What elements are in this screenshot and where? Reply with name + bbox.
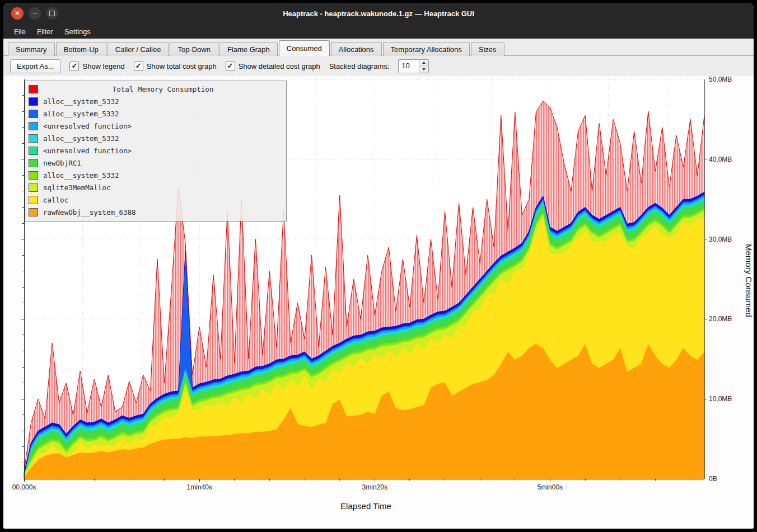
legend-label: alloc__system_5332 — [43, 97, 119, 106]
x-tick-label: 3min20s — [362, 483, 387, 491]
legend-item: calloc — [29, 194, 283, 206]
legend-label: calloc — [43, 196, 68, 204]
legend-item: <unresolved function> — [29, 120, 283, 132]
legend-swatch — [29, 171, 38, 180]
legend-item: alloc__system_5332 — [29, 107, 283, 120]
legend-swatch — [29, 196, 38, 204]
spinner-buttons — [419, 60, 428, 73]
tab-allocations[interactable]: Allocations — [331, 42, 382, 56]
legend-label: <unresolved function> — [43, 122, 132, 130]
y-tick-label: 50,0MB — [709, 76, 732, 83]
maximize-icon — [49, 11, 55, 16]
checkbox-label: Show total cost graph — [147, 62, 217, 70]
legend-label: alloc__system_5332 — [43, 171, 119, 180]
x-tick-label: 1min40s — [186, 483, 212, 491]
checkbox-show-detailed-cost-graph[interactable]: Show detailed cost graph — [226, 62, 320, 71]
x-tick-label: 00.000s — [12, 483, 36, 491]
toolbar: Export As... Show legendShow total cost … — [3, 56, 754, 76]
legend-item: newObjRC1 — [29, 157, 283, 169]
legend-swatch — [29, 183, 38, 192]
chevron-up-icon — [422, 62, 426, 64]
legend-swatch — [29, 147, 38, 155]
toolbar-checkboxes: Show legendShow total cost graphShow det… — [69, 62, 320, 71]
legend-swatch — [29, 159, 38, 167]
stacked-diagrams-label: Stacked diagrams: — [329, 62, 390, 70]
tab-top-down[interactable]: Top-Down — [170, 42, 218, 56]
legend-item: <unresolved function> — [29, 144, 283, 157]
title-bar: Heaptrack - heaptrack.wakunode.1.gz — He… — [3, 3, 754, 24]
memory-chart[interactable]: 0B10,0MB20,0MB30,0MB40,0MB50,0MB00.000s1… — [3, 76, 754, 529]
tab-consumed[interactable]: Consumed — [279, 40, 330, 56]
y-axis-title: Memory Consumed — [744, 244, 754, 333]
checkbox-box[interactable] — [226, 62, 235, 71]
legend-swatch — [29, 208, 38, 216]
legend-item: alloc__system_5332 — [29, 132, 283, 144]
legend-swatch — [29, 110, 38, 118]
legend-swatch — [29, 97, 38, 106]
legend-swatch — [29, 122, 38, 130]
spinner-up-button[interactable] — [419, 60, 428, 66]
menu-item-file[interactable]: File — [9, 25, 31, 38]
legend-swatch — [29, 134, 38, 143]
legend-item: alloc__system_5332 — [29, 95, 283, 107]
tab-bar: SummaryBottom-UpCaller / CalleeTop-DownF… — [3, 39, 754, 56]
export-as-button[interactable]: Export As... — [10, 59, 60, 73]
legend-label: alloc__system_5332 — [43, 134, 119, 143]
minimize-button[interactable] — [29, 7, 41, 20]
legend-item: sqlite3MemMalloc — [29, 181, 283, 194]
legend: Total Memory Consumptionalloc__system_53… — [25, 81, 287, 222]
tab-flame-graph[interactable]: Flame Graph — [219, 42, 278, 56]
maximize-button[interactable] — [46, 7, 58, 20]
legend-label: <unresolved function> — [43, 147, 132, 155]
chevron-down-icon — [422, 68, 426, 70]
window-controls — [11, 7, 58, 20]
legend-label: rawNewObj__system_6388 — [43, 208, 136, 216]
legend-item: Total Memory Consumption — [29, 83, 283, 95]
y-tick-label: 0B — [709, 475, 717, 483]
menu-item-settings[interactable]: Settings — [59, 25, 96, 38]
tab-bottom-up[interactable]: Bottom-Up — [56, 42, 106, 56]
checkbox-box[interactable] — [134, 62, 143, 71]
spinner-down-button[interactable] — [419, 66, 428, 73]
checkbox-label: Show detailed cost graph — [239, 62, 320, 70]
tab-summary[interactable]: Summary — [8, 42, 55, 56]
y-tick-label: 10,0MB — [709, 395, 732, 403]
tab-caller-callee[interactable]: Caller / Callee — [108, 42, 169, 56]
legend-item: alloc__system_5332 — [29, 169, 283, 181]
window-title: Heaptrack - heaptrack.wakunode.1.gz — He… — [3, 10, 754, 18]
stacked-diagrams-spinner[interactable]: 10 — [398, 59, 429, 73]
legend-label: alloc__system_5332 — [43, 110, 119, 118]
checkbox-label: Show legend — [82, 62, 124, 70]
checkbox-show-legend[interactable]: Show legend — [69, 62, 124, 71]
app-window: Heaptrack - heaptrack.wakunode.1.gz — He… — [3, 3, 754, 529]
tab-temporary-allocations[interactable]: Temporary Allocations — [383, 42, 470, 56]
y-tick-label: 40,0MB — [709, 156, 732, 163]
tab-sizes[interactable]: Sizes — [471, 42, 504, 56]
legend-item: rawNewObj__system_6388 — [29, 206, 283, 218]
close-button[interactable] — [11, 7, 24, 20]
legend-swatch — [29, 85, 38, 93]
checkbox-show-total-cost-graph[interactable]: Show total cost graph — [134, 62, 217, 71]
legend-label: Total Memory Consumption — [43, 85, 283, 93]
x-tick-label: 5min00s — [538, 483, 563, 491]
checkbox-box[interactable] — [69, 62, 79, 71]
stacked-diagrams-value[interactable]: 10 — [399, 60, 419, 73]
menu-item-filter[interactable]: Filter — [32, 25, 58, 38]
y-tick-label: 20,0MB — [709, 315, 732, 323]
legend-label: newObjRC1 — [43, 159, 81, 167]
legend-label: sqlite3MemMalloc — [43, 183, 110, 192]
menu-bar: File Filter Settings — [3, 24, 754, 39]
y-tick-label: 30,0MB — [709, 236, 732, 243]
x-axis-title: Elapsed Time — [24, 501, 708, 511]
